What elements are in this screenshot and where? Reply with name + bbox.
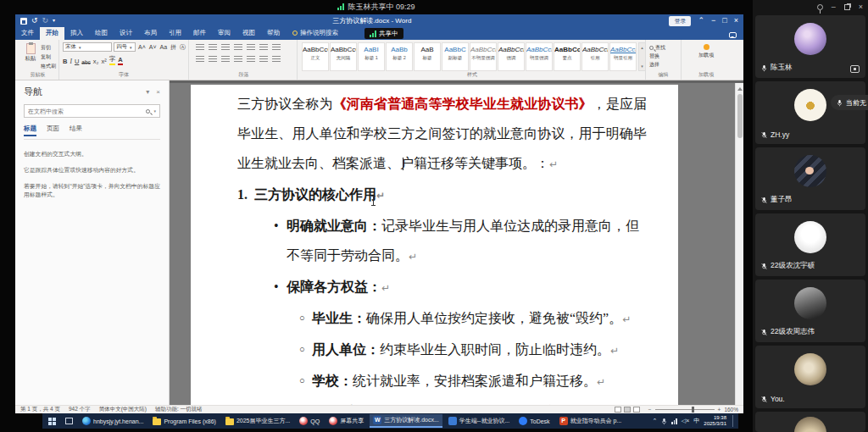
tab-mailings[interactable]: 邮件	[187, 27, 212, 40]
superscript-icon[interactable]: x²	[102, 58, 107, 65]
shading-icon[interactable]	[259, 56, 268, 64]
shrink-font-icon[interactable]: A˅	[148, 44, 158, 50]
style-no-spacing[interactable]: AaBbCcC无间隔	[330, 42, 357, 71]
addins-button[interactable]: 加载项	[683, 44, 729, 59]
page-indicator[interactable]: 第 1 页，共 4 页	[20, 406, 60, 413]
hidden-icons-chevron[interactable]: ⌃	[652, 418, 657, 424]
pin-icon[interactable]	[817, 4, 823, 10]
document-page[interactable]: 三方协议全称为《河南省普通高等学校毕业生就业协议书》，是应届毕业生、用人单位和学…	[191, 85, 678, 405]
zoom-out-icon[interactable]: −	[648, 407, 652, 413]
style-heading2[interactable]: AaBb标题 2	[386, 42, 413, 71]
tell-me-search[interactable]: 操作说明搜索	[286, 27, 345, 40]
taskbar-item-ppt[interactable]: P就业指导动员会 p...	[556, 414, 626, 428]
format-painter-button[interactable]: 格式刷	[41, 63, 56, 70]
subscript-icon[interactable]: x₂	[93, 58, 99, 65]
participant-tile[interactable]: You.	[755, 346, 865, 408]
tab-references[interactable]: 引用	[163, 27, 187, 40]
justify-icon[interactable]	[234, 56, 242, 64]
taskbar-item-screen-share[interactable]: 屏幕共享	[326, 414, 367, 428]
decrease-indent-icon[interactable]	[234, 44, 242, 52]
font-size-combo[interactable]: 四号	[114, 42, 136, 52]
show-desktop-button[interactable]	[732, 415, 734, 427]
scroll-up-icon[interactable]	[737, 85, 743, 91]
taskbar-item-browser[interactable]: hnbysjy.jyt.henan...	[79, 414, 147, 428]
tab-draw[interactable]: 绘图	[89, 27, 114, 40]
pilcrow-icon[interactable]	[272, 44, 281, 52]
taskbar-item-word-doc[interactable]: W三方协议解读.docx...	[370, 414, 442, 428]
taskbar-item-qq[interactable]: QQ	[296, 414, 323, 428]
taskbar-item-student-client[interactable]: 学生端--就业协议...	[445, 414, 514, 428]
tab-home[interactable]: 开始	[40, 27, 64, 40]
strikethrough-icon[interactable]: abc	[81, 59, 90, 65]
search-input[interactable]	[28, 108, 142, 114]
number-list-icon[interactable]	[209, 44, 217, 52]
meeting-sharing-badge[interactable]: 共享中	[364, 28, 403, 39]
tab-layout[interactable]: 布局	[138, 27, 163, 40]
style-heading1[interactable]: AaBI标题 1	[358, 42, 385, 71]
participant-tile[interactable]: 陈玉林	[755, 15, 865, 78]
undo-icon[interactable]: ↺	[31, 17, 38, 25]
tab-review[interactable]: 审阅	[212, 27, 236, 40]
comments-icon[interactable]	[729, 32, 737, 38]
grow-font-icon[interactable]: A˄	[137, 44, 147, 50]
participant-tile[interactable]: 22级农周志伟	[755, 280, 865, 342]
volume-muted-icon[interactable]: ◁×	[682, 418, 689, 424]
style-emphasis[interactable]: AaBbCcL强调	[498, 42, 525, 71]
bold-icon[interactable]: B	[63, 58, 67, 65]
nav-tab-pages[interactable]: 页面	[47, 125, 59, 136]
microphone-icon[interactable]	[661, 418, 667, 425]
tab-insert[interactable]: 插入	[64, 27, 89, 40]
signin-button[interactable]: 登录	[669, 16, 691, 26]
styles-scroll[interactable]: ▴▾	[638, 42, 646, 71]
multilevel-list-icon[interactable]	[221, 44, 230, 52]
taskbar-item-folder-program-files[interactable]: Program Files (x86)	[149, 414, 219, 428]
bullet-list-icon[interactable]	[196, 44, 204, 52]
align-center-icon[interactable]	[209, 56, 217, 64]
font-name-combo[interactable]: 宋体	[63, 42, 112, 52]
underline-icon[interactable]: U	[75, 58, 79, 65]
taskbar-item-todesk[interactable]: ToDesk	[515, 414, 553, 428]
replace-button[interactable]: 替换	[649, 53, 659, 60]
language-indicator[interactable]: 简体中文(中国大陆)	[99, 406, 147, 413]
style-intense-quote[interactable]: AaBbCcL明显引用	[609, 42, 637, 71]
tab-file[interactable]: 文件	[15, 27, 40, 40]
taskbar-clock[interactable]: 19:38 2025/3/31	[704, 415, 726, 427]
scrollbar-thumb[interactable]	[737, 94, 743, 138]
redo-icon[interactable]: ↻	[42, 17, 49, 25]
tab-help[interactable]: 帮助	[261, 27, 286, 40]
vertical-scrollbar[interactable]	[735, 83, 743, 405]
web-layout-icon[interactable]	[633, 407, 640, 413]
participant-tile-partial[interactable]	[755, 412, 865, 432]
borders-icon[interactable]	[272, 56, 281, 64]
style-normal[interactable]: AaBbCcC正文	[302, 42, 329, 71]
tab-design[interactable]: 设计	[114, 27, 138, 40]
network-icon[interactable]	[671, 418, 677, 424]
word-count[interactable]: 942 个字	[69, 406, 91, 413]
zoom-in-icon[interactable]: +	[718, 407, 721, 413]
align-right-icon[interactable]	[221, 56, 230, 64]
ime-indicator[interactable]: 中	[693, 417, 699, 425]
style-strong[interactable]: AaBbCcL要点	[554, 42, 581, 71]
participant-tile[interactable]: ZH.yy	[755, 81, 865, 144]
font-color-icon[interactable]: A	[118, 56, 122, 65]
sort-icon[interactable]	[259, 44, 268, 52]
select-button[interactable]: 选择	[649, 61, 659, 69]
line-spacing-icon[interactable]	[247, 56, 255, 64]
paste-button[interactable]: 粘贴	[22, 43, 39, 63]
read-mode-icon[interactable]	[615, 407, 621, 413]
taskbar-item-folder-graduates[interactable]: 2025届毕业生三方...	[222, 414, 293, 428]
start-button[interactable]	[45, 414, 59, 428]
style-subtitle[interactable]: AaBbC副标题	[442, 42, 469, 71]
qat-customize-icon[interactable]: ▾	[53, 17, 55, 25]
tab-view[interactable]: 视图	[236, 27, 261, 40]
chevron-down-icon[interactable]: ▾	[146, 88, 149, 96]
task-view-button[interactable]	[62, 414, 76, 428]
style-intense-emphasis[interactable]: AaBbCcL明显强调	[526, 42, 553, 71]
search-options-icon[interactable]: ▾	[153, 108, 156, 114]
zoom-slider-thumb[interactable]	[692, 407, 694, 413]
style-quote[interactable]: AaBbCcL引用	[581, 42, 609, 71]
highlight-color-icon[interactable]: 字	[109, 55, 116, 65]
maximize-button[interactable]: □	[722, 17, 726, 25]
style-subtle-emphasis[interactable]: AaBbCcL不明显强调	[470, 42, 497, 71]
panel-minimize-icon[interactable]: –	[832, 3, 836, 11]
